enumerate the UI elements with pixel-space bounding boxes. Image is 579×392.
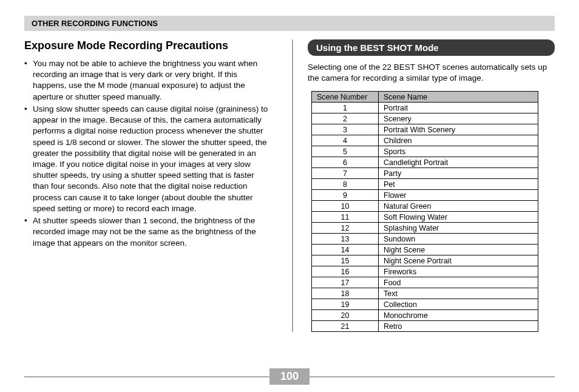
table-row: 17Food <box>312 277 538 288</box>
table-row: 20Monochrome <box>312 310 538 321</box>
cell-scene-name: Monochrome <box>379 310 538 321</box>
table-row: 10Natural Green <box>312 201 538 212</box>
cell-scene-name: Splashing Water <box>379 223 538 234</box>
cell-scene-name: Night Scene Portrait <box>379 255 538 266</box>
cell-scene-name: Text <box>379 288 538 299</box>
list-item: You may not be able to achieve the brigh… <box>24 58 271 103</box>
cell-scene-name: Scenery <box>379 113 538 124</box>
table-row: 21Retro <box>312 321 538 332</box>
precautions-list: You may not be able to achieve the brigh… <box>24 58 271 249</box>
cell-scene-number: 11 <box>312 212 379 223</box>
cell-scene-number: 10 <box>312 201 379 212</box>
table-row: 4Children <box>312 135 538 146</box>
table-row: 14Night Scene <box>312 245 538 255</box>
list-item: Using slow shutter speeds can cause digi… <box>24 104 271 214</box>
table-row: 13Sundown <box>312 234 538 245</box>
table-row: 12Splashing Water <box>312 223 538 234</box>
cell-scene-name: Food <box>379 277 538 288</box>
best-shot-intro: Selecting one of the 22 BEST SHOT scenes… <box>308 62 555 84</box>
cell-scene-number: 3 <box>312 124 379 135</box>
cell-scene-name: Natural Green <box>379 201 538 212</box>
cell-scene-number: 15 <box>312 255 379 266</box>
cell-scene-name: Party <box>379 168 538 179</box>
cell-scene-number: 9 <box>312 190 379 201</box>
page-number: 100 <box>269 368 310 385</box>
cell-scene-number: 20 <box>312 310 379 321</box>
table-row: 9Flower <box>312 190 538 201</box>
list-item: At shutter speeds slower than 1 second, … <box>24 215 271 249</box>
footer-rule-right <box>310 376 555 377</box>
cell-scene-name: Portrait <box>379 103 538 113</box>
cell-scene-name: Portrait With Scenery <box>379 124 538 135</box>
cell-scene-number: 18 <box>312 288 379 299</box>
left-title: Exposure Mode Recording Precautions <box>24 39 271 52</box>
cell-scene-number: 5 <box>312 146 379 157</box>
cell-scene-number: 8 <box>312 179 379 190</box>
cell-scene-number: 12 <box>312 223 379 234</box>
cell-scene-number: 19 <box>312 299 379 310</box>
cell-scene-number: 7 <box>312 168 379 179</box>
column-divider <box>292 39 293 332</box>
cell-scene-name: Flower <box>379 190 538 201</box>
content-columns: Exposure Mode Recording Precautions You … <box>24 39 555 332</box>
table-row: 19Collection <box>312 299 538 310</box>
cell-scene-number: 1 <box>312 103 379 113</box>
best-shot-subheader: Using the BEST SHOT Mode <box>308 39 555 56</box>
table-row: 8Pet <box>312 179 538 190</box>
cell-scene-name: Candlelight Portrait <box>379 157 538 168</box>
cell-scene-name: Night Scene <box>379 245 538 255</box>
table-row: 18Text <box>312 288 538 299</box>
page: OTHER RECORDING FUNCTIONS Exposure Mode … <box>0 0 579 332</box>
table-row: 7Party <box>312 168 538 179</box>
cell-scene-name: Soft Flowing Water <box>379 212 538 223</box>
scene-table: Scene Number Scene Name 1Portrait2Scener… <box>311 91 538 332</box>
cell-scene-number: 13 <box>312 234 379 245</box>
cell-scene-number: 17 <box>312 277 379 288</box>
cell-scene-name: Collection <box>379 299 538 310</box>
footer-rule-left <box>24 376 269 377</box>
th-scene-number: Scene Number <box>312 92 379 103</box>
cell-scene-name: Pet <box>379 179 538 190</box>
table-row: 1Portrait <box>312 103 538 113</box>
table-row: 16Fireworks <box>312 266 538 277</box>
table-header-row: Scene Number Scene Name <box>312 92 538 103</box>
cell-scene-number: 14 <box>312 245 379 255</box>
right-column: Using the BEST SHOT Mode Selecting one o… <box>308 39 555 332</box>
cell-scene-name: Fireworks <box>379 266 538 277</box>
table-row: 11Soft Flowing Water <box>312 212 538 223</box>
cell-scene-number: 4 <box>312 135 379 146</box>
section-header: OTHER RECORDING FUNCTIONS <box>24 16 555 31</box>
table-row: 6Candlelight Portrait <box>312 157 538 168</box>
left-column: Exposure Mode Recording Precautions You … <box>24 39 277 332</box>
th-scene-name: Scene Name <box>379 92 538 103</box>
table-row: 2Scenery <box>312 113 538 124</box>
cell-scene-name: Sports <box>379 146 538 157</box>
cell-scene-number: 2 <box>312 113 379 124</box>
cell-scene-number: 16 <box>312 266 379 277</box>
page-footer: 100 <box>24 368 555 385</box>
table-row: 3Portrait With Scenery <box>312 124 538 135</box>
cell-scene-name: Sundown <box>379 234 538 245</box>
table-row: 5Sports <box>312 146 538 157</box>
cell-scene-name: Retro <box>379 321 538 332</box>
cell-scene-name: Children <box>379 135 538 146</box>
cell-scene-number: 21 <box>312 321 379 332</box>
table-row: 15Night Scene Portrait <box>312 255 538 266</box>
cell-scene-number: 6 <box>312 157 379 168</box>
